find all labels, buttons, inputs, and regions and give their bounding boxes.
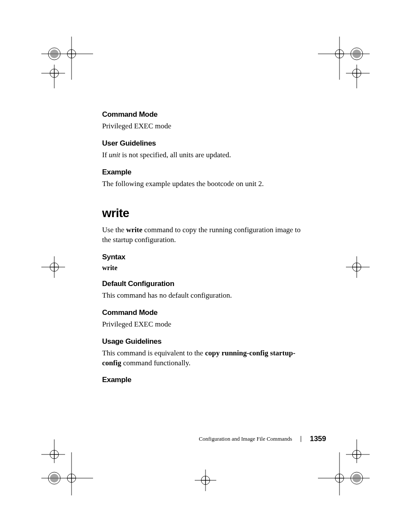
heading-command-mode-1: Command Mode: [102, 110, 309, 119]
text-command-mode-1: Privileged EXEC mode: [102, 121, 309, 131]
heading-default-config: Default Configuration: [102, 280, 309, 288]
footer-separator: [301, 436, 301, 442]
text-user-guidelines-pre: If: [102, 151, 109, 159]
heading-command-mode-2: Command Mode: [102, 308, 309, 317]
svg-point-16: [335, 50, 344, 58]
page-content: Command Mode Privileged EXEC mode User G…: [102, 110, 309, 387]
crop-mark-top-left: [41, 37, 93, 80]
footer-page-number: 1359: [310, 435, 326, 443]
heading-syntax: Syntax: [102, 253, 309, 261]
text-usage-pre: This command is equivalent to the: [102, 349, 205, 357]
svg-point-4: [67, 50, 76, 58]
crop-mark-bottom-right: [318, 452, 370, 495]
crop-mark-bottom-center: [193, 467, 218, 493]
footer-title: Configuration and Image File Commands: [199, 436, 293, 442]
heading-usage-guidelines: Usage Guidelines: [102, 337, 309, 346]
heading-write-command: write: [102, 206, 309, 220]
crop-mark-top-left-lower: [41, 65, 67, 90]
crop-mark-bottom-left: [41, 452, 93, 495]
svg-point-43: [50, 450, 59, 459]
svg-point-15: [352, 50, 361, 58]
text-usage-guidelines: This command is equivalent to the copy r…: [102, 348, 309, 368]
svg-point-49: [352, 474, 361, 482]
text-example-1: The following example updates the bootco…: [102, 179, 309, 189]
svg-point-37: [50, 474, 59, 482]
text-user-guidelines-italic: unit: [109, 151, 120, 159]
svg-point-36: [48, 472, 60, 484]
svg-point-50: [335, 474, 344, 482]
text-write-desc: Use the write command to copy the runnin…: [102, 225, 309, 245]
text-write-pre: Use the: [102, 226, 126, 234]
crop-mark-top-right-lower: [344, 65, 370, 90]
text-default-config: This command has no default configuratio…: [102, 291, 309, 301]
svg-point-55: [352, 450, 361, 459]
svg-point-31: [352, 263, 361, 271]
svg-point-60: [201, 476, 210, 485]
crop-mark-mid-right: [344, 254, 370, 280]
page-footer: Configuration and Image File Commands 13…: [199, 435, 326, 443]
text-write-bold: write: [126, 226, 143, 234]
svg-point-3: [50, 50, 59, 58]
text-user-guidelines-post: is not specified, all units are updated.: [120, 151, 231, 159]
text-user-guidelines: If unit is not specified, all units are …: [102, 150, 309, 160]
svg-point-14: [351, 48, 363, 60]
heading-example-1: Example: [102, 168, 309, 177]
crop-mark-bottom-right-upper: [344, 437, 370, 463]
svg-point-2: [48, 48, 60, 60]
heading-user-guidelines: User Guidelines: [102, 139, 309, 148]
heading-example-2: Example: [102, 376, 309, 384]
crop-mark-mid-left: [41, 254, 67, 280]
svg-point-9: [50, 69, 59, 78]
text-command-mode-2: Privileged EXEC mode: [102, 320, 309, 330]
svg-point-26: [50, 263, 59, 271]
crop-mark-top-right: [318, 37, 370, 80]
crop-mark-bottom-left-upper: [41, 437, 67, 463]
svg-point-48: [351, 472, 363, 484]
text-usage-post: command functionally.: [121, 359, 190, 367]
svg-point-38: [67, 474, 76, 482]
text-syntax: write: [102, 264, 309, 272]
svg-point-21: [352, 69, 361, 78]
